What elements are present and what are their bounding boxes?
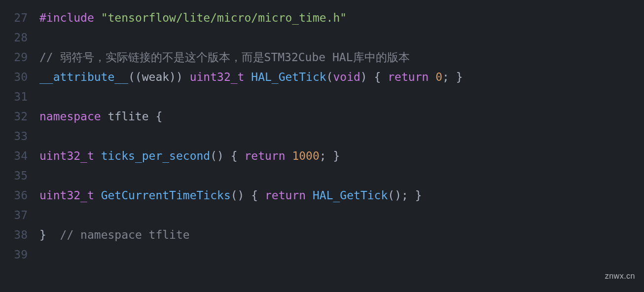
- code-token: // 弱符号，实际链接的不是这个版本，而是STM32Cube HAL库中的版本: [39, 51, 410, 64]
- code-token: HAL_GetTick: [313, 189, 388, 202]
- line-number: 29: [0, 47, 28, 67]
- code-token: [94, 11, 101, 24]
- code-line[interactable]: [39, 205, 463, 225]
- code-token: __attribute__: [39, 71, 128, 83]
- code-line[interactable]: namespace tflite {: [39, 107, 463, 126]
- line-number: 34: [0, 146, 28, 166]
- code-line[interactable]: uint32_t GetCurrentTimeTicks() { return …: [39, 185, 463, 205]
- code-token: [101, 110, 108, 123]
- code-content[interactable]: #include "tensorflow/lite/micro/micro_ti…: [31, 8, 463, 264]
- code-token: namespace: [39, 110, 101, 123]
- code-token: [149, 110, 156, 123]
- code-token: () {: [210, 149, 244, 162]
- code-token: () {: [231, 189, 265, 202]
- code-line[interactable]: [39, 166, 463, 185]
- code-token: // namespace tflite: [60, 228, 190, 241]
- code-token: }: [39, 228, 46, 241]
- line-number: 27: [0, 8, 28, 28]
- code-token: [46, 228, 60, 241]
- line-number: 31: [0, 87, 28, 107]
- code-token: (); }: [388, 189, 422, 202]
- code-token: ; }: [442, 71, 463, 83]
- code-line[interactable]: [39, 87, 463, 107]
- line-number: 37: [0, 205, 28, 225]
- line-number-gutter: 27282930313233343536373839: [0, 8, 31, 264]
- code-token: "tensorflow/lite/micro/micro_time.h": [101, 11, 347, 24]
- code-token: [244, 71, 251, 83]
- code-token: ((weak)): [128, 71, 190, 83]
- code-token: ) {: [360, 71, 388, 83]
- code-token: GetCurrentTimeTicks: [101, 189, 231, 202]
- line-number: 32: [0, 107, 28, 126]
- code-line[interactable]: [39, 28, 463, 47]
- code-line[interactable]: } // namespace tflite: [39, 225, 463, 245]
- code-token: tflite: [107, 110, 148, 123]
- code-token: ticks_per_second: [101, 149, 211, 162]
- code-token: 1000: [292, 149, 319, 162]
- code-token: return: [388, 71, 429, 83]
- line-number: 33: [0, 126, 28, 146]
- line-number: 36: [0, 185, 28, 205]
- code-token: [306, 189, 313, 202]
- code-token: [429, 71, 435, 83]
- code-line[interactable]: __attribute__((weak)) uint32_t HAL_GetTi…: [39, 67, 463, 87]
- code-token: [286, 149, 292, 162]
- code-line[interactable]: uint32_t ticks_per_second() { return 100…: [39, 146, 463, 166]
- code-line[interactable]: [39, 245, 463, 264]
- code-token: [94, 149, 101, 162]
- code-token: 0: [435, 71, 442, 83]
- line-number: 28: [0, 28, 28, 47]
- code-token: uint32_t: [39, 149, 94, 162]
- code-line[interactable]: #include "tensorflow/lite/micro/micro_ti…: [39, 8, 463, 28]
- code-token: uint32_t: [39, 189, 94, 202]
- code-token: [94, 189, 101, 202]
- code-token: void: [333, 71, 360, 83]
- code-token: {: [155, 110, 162, 123]
- code-line[interactable]: // 弱符号，实际链接的不是这个版本，而是STM32Cube HAL库中的版本: [39, 47, 463, 67]
- code-token: return: [244, 149, 285, 162]
- code-token: (: [326, 71, 333, 83]
- line-number: 38: [0, 225, 28, 245]
- code-token: ; }: [320, 149, 340, 162]
- code-token: uint32_t: [190, 71, 245, 83]
- code-token: return: [265, 189, 306, 202]
- line-number: 39: [0, 245, 28, 264]
- code-token: HAL_GetTick: [251, 71, 326, 83]
- code-line[interactable]: [39, 126, 463, 146]
- line-number: 30: [0, 67, 28, 87]
- code-token: #include: [39, 11, 94, 24]
- code-editor[interactable]: 27282930313233343536373839 #include "ten…: [0, 0, 644, 264]
- watermark-text: znwx.cn: [605, 266, 635, 286]
- line-number: 35: [0, 166, 28, 185]
